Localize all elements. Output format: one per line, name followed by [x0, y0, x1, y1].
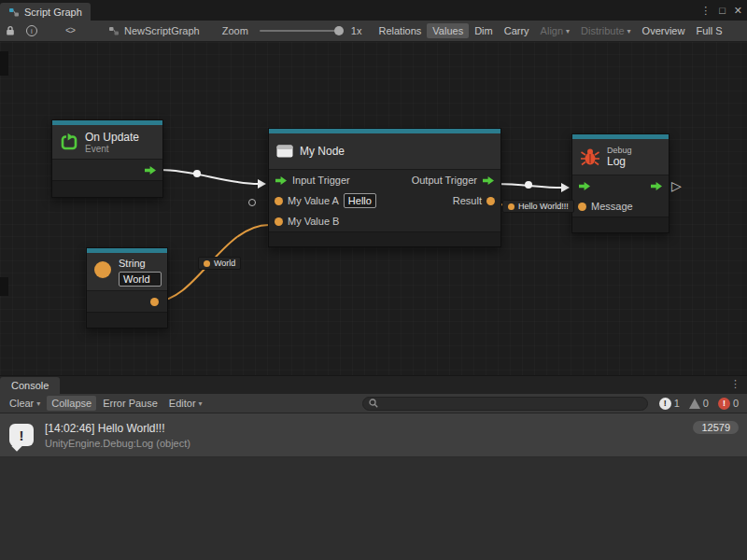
port-label: Result: [453, 195, 482, 206]
tab-console[interactable]: Console: [0, 377, 60, 394]
info-log-icon: !: [659, 398, 671, 410]
port-row: Message: [572, 196, 669, 217]
port-label: Message: [591, 201, 633, 212]
warning-count-toggle[interactable]: 0: [685, 398, 712, 409]
node-ports: Input Trigger Output Trigger My Value A …: [269, 169, 500, 231]
node-header[interactable]: String World: [87, 253, 167, 290]
zoom-value: 1x: [351, 25, 362, 36]
chevron-down-icon: ▾: [566, 27, 570, 35]
node-kicker: Debug: [607, 146, 632, 155]
zoom-slider-handle[interactable]: [334, 26, 344, 35]
code-icon[interactable]: <>: [65, 26, 75, 36]
value-input-port[interactable]: [275, 217, 283, 226]
distribute-dropdown[interactable]: Distribute▾: [575, 23, 636, 38]
value-input-port[interactable]: [578, 203, 586, 211]
kebab-menu-icon[interactable]: ⋮: [730, 378, 740, 390]
graph-asset-icon: [108, 25, 120, 36]
info-icon[interactable]: i: [26, 25, 37, 36]
clear-button[interactable]: Clear ▾: [5, 396, 45, 411]
event-loop-icon: [60, 133, 78, 151]
unit-icon: [276, 145, 293, 158]
node-title: My Node: [300, 145, 345, 158]
flow-output-port[interactable]: [144, 165, 157, 175]
carry-button[interactable]: Carry: [499, 23, 535, 38]
chevron-down-icon: ▾: [627, 27, 631, 35]
graph-window-tabbar: Script Graph ⋮ □ ✕: [0, 0, 747, 21]
kebab-menu-icon[interactable]: ⋮: [700, 5, 711, 17]
collapse-count-badge: 12579: [693, 421, 739, 434]
value-dot-icon: [508, 203, 514, 210]
node-header[interactable]: On Update Event: [52, 125, 162, 159]
console-search-box[interactable]: [362, 397, 648, 411]
console-log-list[interactable]: ! [14:02:46] Hello World!!! UnityEngine.…: [0, 413, 747, 560]
flow-input-port[interactable]: [275, 175, 288, 186]
console-log-entry[interactable]: ! [14:02:46] Hello World!!! UnityEngine.…: [0, 413, 747, 457]
zoom-label: Zoom: [222, 25, 248, 36]
node-ports: [87, 290, 167, 312]
close-icon[interactable]: ✕: [734, 5, 742, 17]
value-input-port[interactable]: [275, 197, 283, 205]
value-output-port[interactable]: [150, 298, 159, 306]
graph-asset-button[interactable]: NewScriptGraph: [108, 25, 200, 36]
port-row: [572, 175, 669, 196]
node-title: Log: [607, 155, 632, 168]
zoom-slider[interactable]: [260, 30, 342, 32]
align-dropdown[interactable]: Align▾: [535, 23, 575, 38]
flow-output-port[interactable]: [482, 175, 495, 186]
overview-button[interactable]: Overview: [637, 23, 691, 38]
node-footer: [52, 180, 162, 197]
error-pause-toggle[interactable]: Error Pause: [98, 396, 162, 411]
port-row: [52, 160, 162, 180]
dim-button[interactable]: Dim: [469, 23, 499, 38]
graph-canvas[interactable]: On Update Event My Node Input Trigger: [0, 42, 747, 375]
maximize-icon[interactable]: □: [719, 5, 726, 16]
port-label: Input Trigger: [292, 175, 350, 186]
wire-arrowhead-icon: [258, 179, 266, 189]
value-a-field[interactable]: Hello: [344, 193, 376, 208]
node-debug-log[interactable]: Debug Log Message: [571, 133, 669, 233]
search-icon: [369, 399, 378, 408]
values-button[interactable]: Values: [427, 23, 469, 38]
tab-label: Script Graph: [24, 7, 82, 18]
info-count-toggle[interactable]: ! 1: [655, 398, 684, 410]
node-header[interactable]: Debug Log: [572, 139, 669, 175]
node-my-node[interactable]: My Node Input Trigger Output Trigger My …: [268, 128, 501, 247]
editor-dropdown[interactable]: Editor ▾: [164, 396, 207, 411]
node-on-update[interactable]: On Update Event: [51, 119, 163, 198]
relations-button[interactable]: Relations: [373, 23, 427, 38]
node-string[interactable]: String World: [86, 247, 168, 329]
flow-output-port[interactable]: [650, 181, 663, 191]
unconnected-port-indicator[interactable]: [248, 199, 256, 206]
log-message: [14:02:46] Hello World!!!: [45, 422, 190, 435]
script-graph-icon: [8, 7, 20, 18]
fullscreen-button[interactable]: Full S: [690, 23, 727, 38]
port-row: My Value A Hello Result: [269, 190, 500, 211]
lock-icon[interactable]: [6, 25, 15, 36]
error-icon: !: [718, 398, 730, 410]
value-output-port[interactable]: [486, 197, 495, 205]
wire-flow-dot-2: [525, 181, 532, 189]
window-controls: ⋮ □ ✕: [700, 0, 742, 21]
flow-input-port[interactable]: [578, 181, 591, 191]
bug-icon: [580, 147, 600, 166]
chevron-down-icon: ▾: [199, 399, 203, 408]
collapse-toggle[interactable]: Collapse: [47, 396, 96, 411]
string-literal-icon: [94, 261, 111, 278]
info-log-bubble-icon: !: [9, 424, 34, 446]
node-footer: [87, 312, 167, 328]
port-row: [87, 291, 167, 312]
string-value-field[interactable]: World: [119, 272, 162, 287]
node-ports: [52, 159, 162, 180]
log-stacktrace: UnityEngine.Debug:Log (object): [45, 438, 190, 449]
console-toolbar: Clear ▾ Collapse Error Pause Editor ▾ ! …: [0, 394, 747, 413]
wire-value-chip-world: World: [198, 257, 241, 270]
console-search-input[interactable]: [382, 398, 641, 409]
node-footer: [269, 231, 500, 246]
node-footer: [572, 217, 669, 232]
chevron-down-icon[interactable]: ▾: [36, 399, 40, 408]
error-count-toggle[interactable]: ! 0: [714, 398, 742, 410]
node-header[interactable]: My Node: [269, 133, 500, 169]
tab-script-graph[interactable]: Script Graph: [0, 3, 91, 21]
wire-value-chip-hello-world: Hello World!!!: [502, 200, 574, 213]
wire-onupdate-to-mynode[interactable]: [161, 170, 259, 184]
